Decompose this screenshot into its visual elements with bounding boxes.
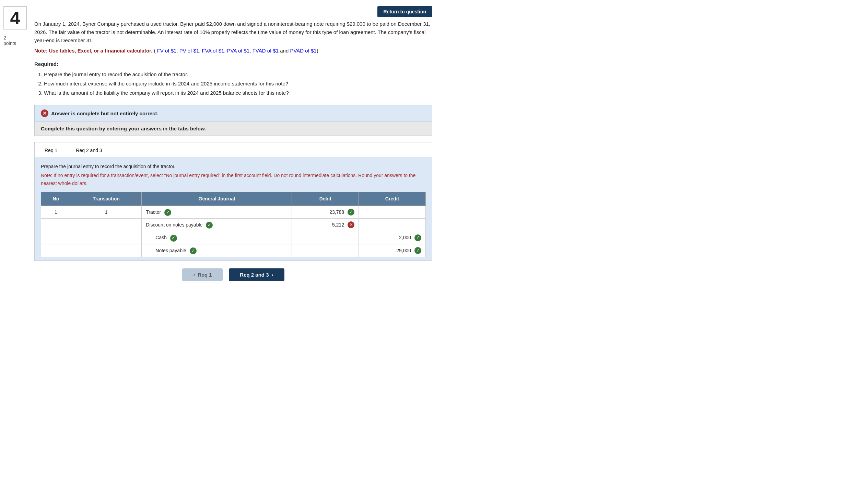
required-list: Prepare the journal entry to record the … xyxy=(44,70,432,97)
question-number: 4 xyxy=(3,6,27,30)
nav-buttons: ‹ Req 1 Req 2 and 3 › xyxy=(34,268,432,281)
problem-links: ( FV of $1, PV of $1, FVA of $1, PVA of … xyxy=(154,48,318,54)
cell-credit xyxy=(359,218,426,231)
problem-text: On January 1, 2024, Byner Company purcha… xyxy=(34,20,432,45)
return-to-question-button[interactable]: Return to question xyxy=(377,6,432,17)
required-item-3: What is the amount of the liability the … xyxy=(44,88,432,97)
answer-banner: ✕ Answer is complete but not entirely co… xyxy=(34,105,432,121)
cell-journal: Discount on notes payable ✓ xyxy=(142,218,292,231)
cell-transaction xyxy=(71,218,141,231)
cell-journal: Tractor ✓ xyxy=(142,206,292,218)
complete-banner: Complete this question by entering your … xyxy=(34,121,432,136)
prev-arrow-icon: ‹ xyxy=(193,272,195,278)
check-icon: ✓ xyxy=(170,235,177,242)
cell-debit xyxy=(292,244,359,257)
link-fva[interactable]: FVA of $1 xyxy=(202,48,224,54)
tabs-header: Req 1 Req 2 and 3 xyxy=(35,142,432,157)
required-item-1: Prepare the journal entry to record the … xyxy=(44,70,432,79)
cell-transaction xyxy=(71,244,141,257)
col-debit: Debit xyxy=(292,192,359,206)
cell-journal: Notes payable ✓ xyxy=(142,244,292,257)
tab-req2and3[interactable]: Req 2 and 3 xyxy=(68,144,110,157)
required-item-2: How much interest expense will the compa… xyxy=(44,79,432,88)
tab-content: Prepare the journal entry to record the … xyxy=(35,157,432,260)
check-icon: ✓ xyxy=(164,209,171,216)
check-icon: ✓ xyxy=(414,234,421,241)
table-row: Discount on notes payable ✓ 5,212 ✕ xyxy=(41,218,426,231)
link-pvad[interactable]: PVAD of $1 xyxy=(290,48,316,54)
col-no: No xyxy=(41,192,71,206)
tabs-container: Req 1 Req 2 and 3 Prepare the journal en… xyxy=(34,142,432,261)
cell-debit: 23,788 ✓ xyxy=(292,206,359,218)
next-button-label: Req 2 and 3 xyxy=(240,272,269,278)
table-row: Cash ✓ 2,000 ✓ xyxy=(41,231,426,244)
col-credit: Credit xyxy=(359,192,426,206)
note-bold: Note: Use tables, Excel, or a financial … xyxy=(34,48,152,54)
cell-transaction: 1 xyxy=(71,206,141,218)
journal-table: No Transaction General Journal Debit Cre… xyxy=(41,192,426,257)
check-icon: ✓ xyxy=(206,222,213,229)
check-icon: ✓ xyxy=(348,209,354,216)
points-value: 2 xyxy=(3,35,27,40)
tab-note: Note: If no entry is required for a tran… xyxy=(41,172,426,187)
link-fvad[interactable]: FVAD of $1 xyxy=(253,48,279,54)
check-icon: ✓ xyxy=(414,247,421,254)
table-row: 1 1 Tractor ✓ 23,788 ✓ xyxy=(41,206,426,218)
cell-no xyxy=(41,231,71,244)
next-arrow-icon: › xyxy=(272,272,273,278)
tab-req1[interactable]: Req 1 xyxy=(37,144,65,157)
prev-button[interactable]: ‹ Req 1 xyxy=(182,268,223,281)
cell-credit xyxy=(359,206,426,218)
cell-credit: 29,000 ✓ xyxy=(359,244,426,257)
tab-instruction: Prepare the journal entry to record the … xyxy=(41,163,426,170)
cell-no xyxy=(41,218,71,231)
cell-debit xyxy=(292,231,359,244)
required-title: Required: xyxy=(34,61,432,67)
answer-x-icon: ✕ xyxy=(41,109,48,117)
xmark-icon: ✕ xyxy=(348,221,354,228)
answer-banner-text: Answer is complete but not entirely corr… xyxy=(51,111,159,116)
problem-note: Note: Use tables, Excel, or a financial … xyxy=(34,47,432,55)
link-pva[interactable]: PVA of $1 xyxy=(227,48,250,54)
prev-button-label: Req 1 xyxy=(198,272,212,278)
link-pv[interactable]: PV of $1 xyxy=(179,48,199,54)
col-general-journal: General Journal xyxy=(142,192,292,206)
check-icon: ✓ xyxy=(190,247,197,254)
cell-credit: 2,000 ✓ xyxy=(359,231,426,244)
cell-journal: Cash ✓ xyxy=(142,231,292,244)
table-row: Notes payable ✓ 29,000 ✓ xyxy=(41,244,426,257)
cell-no xyxy=(41,244,71,257)
link-fv[interactable]: FV of $1 xyxy=(157,48,177,54)
cell-no: 1 xyxy=(41,206,71,218)
cell-transaction xyxy=(71,231,141,244)
points-label: points xyxy=(3,40,27,46)
col-transaction: Transaction xyxy=(71,192,141,206)
next-button[interactable]: Req 2 and 3 › xyxy=(229,268,284,281)
cell-debit: 5,212 ✕ xyxy=(292,218,359,231)
